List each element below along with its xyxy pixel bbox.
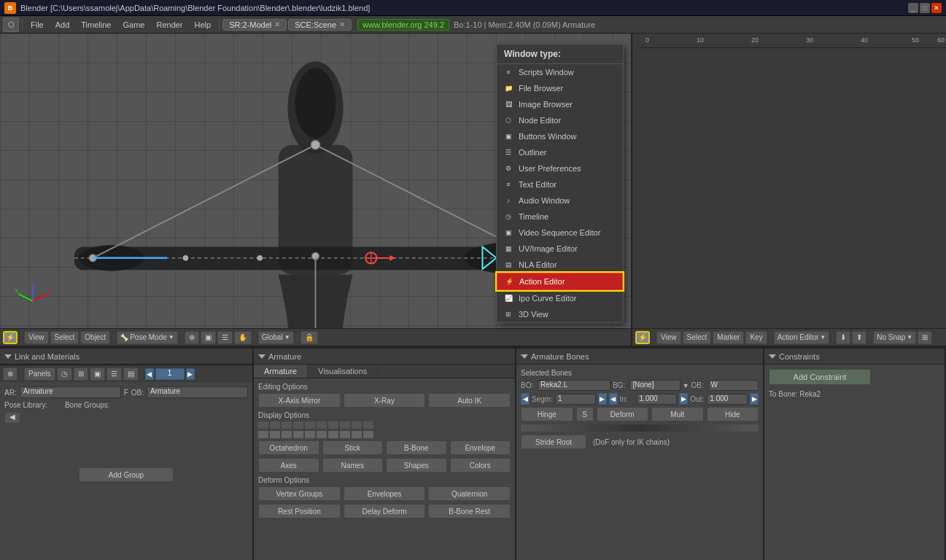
octahedron-btn[interactable]: Octahedron bbox=[258, 440, 319, 455]
tab2-close[interactable]: ✕ bbox=[339, 20, 345, 28]
x-ray-btn[interactable]: X-Ray bbox=[344, 393, 426, 408]
ar-input[interactable]: Armature bbox=[20, 386, 121, 398]
minimize-button[interactable]: _ bbox=[908, 3, 918, 13]
armature-collapse[interactable] bbox=[258, 354, 265, 359]
b-bone-rest-btn[interactable]: B-Bone Rest bbox=[428, 504, 511, 518]
pose-lib-prev[interactable]: ◀ bbox=[4, 412, 20, 424]
page-prev-btn[interactable]: ◀ bbox=[145, 368, 154, 380]
bg-input[interactable]: [None] bbox=[629, 380, 680, 391]
lp-icon1[interactable]: ⊕ bbox=[3, 368, 18, 381]
lp-panels-btn[interactable]: Panels bbox=[24, 368, 55, 381]
mult-btn[interactable]: Mult bbox=[651, 407, 704, 421]
action-editor-dropdown[interactable]: Action Editor ▼ bbox=[774, 331, 830, 344]
scene-tab-2[interactable]: SCE:Scene ✕ bbox=[288, 19, 352, 31]
at-icon2[interactable]: ⬆ bbox=[852, 331, 866, 344]
rest-position-btn[interactable]: Rest Position bbox=[258, 504, 341, 518]
at-view-btn[interactable]: View bbox=[656, 331, 681, 344]
bones-collapse[interactable] bbox=[521, 354, 528, 359]
x-axis-mirror-btn[interactable]: X-Axis Mirror bbox=[258, 393, 341, 408]
pose-mode-dropdown[interactable]: 🦴 Pose Mode ▼ bbox=[117, 331, 178, 344]
page-number[interactable]: 1 bbox=[155, 368, 185, 380]
wt-buttons[interactable]: ▣ Buttons Window bbox=[497, 128, 623, 144]
lp-icon2[interactable]: ◷ bbox=[57, 368, 72, 381]
armature-tab-2[interactable]: Visualisations bbox=[308, 365, 378, 378]
wt-text-editor[interactable]: ≡ Text Editor bbox=[497, 176, 623, 192]
wt-outliner[interactable]: ☰ Outliner bbox=[497, 144, 623, 160]
wt-timeline[interactable]: ◷ Timeline bbox=[497, 209, 623, 225]
ob-input2[interactable]: W bbox=[708, 380, 759, 391]
vt-icon1[interactable]: ⊕ bbox=[185, 331, 199, 344]
auto-ik-btn[interactable]: Auto IK bbox=[428, 393, 511, 408]
segm-next[interactable]: ▶ bbox=[598, 393, 607, 405]
out-input[interactable]: 1.000 bbox=[707, 394, 748, 405]
wt-scripts[interactable]: ≡ Scripts Window bbox=[497, 64, 623, 80]
at-icon1[interactable]: ⬇ bbox=[836, 331, 850, 344]
constraints-collapse[interactable] bbox=[769, 354, 776, 359]
ob-input[interactable]: Armature bbox=[147, 386, 248, 398]
wt-image-browser[interactable]: 🖼 Image Browser bbox=[497, 96, 623, 112]
vertex-groups-btn[interactable]: Vertex Groups bbox=[258, 486, 341, 501]
window-type-btn[interactable]: ⚡ bbox=[3, 331, 18, 344]
wt-node-editor[interactable]: ⬡ Node Editor bbox=[497, 112, 623, 128]
hide-btn[interactable]: Hide bbox=[707, 407, 759, 421]
colors-btn[interactable]: Colors bbox=[450, 458, 511, 472]
segm-input[interactable]: 1 bbox=[555, 394, 596, 405]
menu-add[interactable]: Add bbox=[50, 19, 75, 31]
global-dropdown[interactable]: Global ▼ bbox=[258, 331, 294, 344]
envelope-btn[interactable]: Envelope bbox=[450, 440, 511, 455]
vt-select-btn[interactable]: Select bbox=[50, 331, 80, 344]
at-select-btn[interactable]: Select bbox=[683, 331, 712, 344]
wt-3d-view[interactable]: ⊞ 3D View bbox=[497, 306, 623, 322]
axes-btn[interactable]: Axes bbox=[258, 458, 319, 472]
in-prev[interactable]: ◀ bbox=[609, 393, 618, 405]
vt-icon4[interactable]: ✋ bbox=[234, 331, 252, 344]
in-next[interactable]: ▶ bbox=[679, 393, 688, 405]
vt-view-btn[interactable]: View bbox=[24, 331, 49, 344]
lp-icon3[interactable]: ⊞ bbox=[74, 368, 88, 381]
blender-menu-icon[interactable]: ⬡ bbox=[3, 18, 19, 32]
menu-help[interactable]: Help bbox=[190, 19, 217, 31]
scene-tab-1[interactable]: SR:2-Model ✕ bbox=[222, 19, 287, 31]
vt-lock-btn[interactable]: 🔒 bbox=[301, 331, 318, 344]
wt-uv-image[interactable]: ▦ UV/Image Editor bbox=[497, 241, 623, 257]
menu-timeline[interactable]: Timeline bbox=[76, 19, 116, 31]
tab1-close[interactable]: ✕ bbox=[274, 20, 280, 28]
stick-btn[interactable]: Stick bbox=[322, 440, 384, 455]
at-marker-btn[interactable]: Marker bbox=[713, 331, 744, 344]
shapes-btn[interactable]: Shapes bbox=[386, 458, 447, 472]
close-button[interactable]: ✕ bbox=[931, 3, 942, 13]
s-btn[interactable]: S bbox=[576, 407, 594, 421]
menu-game[interactable]: Game bbox=[117, 19, 150, 31]
out-next[interactable]: ▶ bbox=[750, 393, 759, 405]
in-input[interactable]: 1.000 bbox=[637, 394, 678, 405]
vt-icon2[interactable]: ▣ bbox=[201, 331, 216, 344]
delay-deform-btn[interactable]: Delay Deform bbox=[344, 504, 426, 518]
bo-input[interactable]: Reka2.L bbox=[538, 380, 610, 391]
wt-video-seq[interactable]: ▣ Video Sequence Editor bbox=[497, 225, 623, 241]
lp-icon4[interactable]: ▣ bbox=[90, 368, 105, 381]
vt-object-btn[interactable]: Object bbox=[80, 331, 110, 344]
maximize-button[interactable]: □ bbox=[920, 3, 930, 13]
wt-ipo-curve[interactable]: 📈 Ipo Curve Editor bbox=[497, 290, 623, 306]
snap-dropdown[interactable]: No Snap ▼ bbox=[873, 331, 916, 344]
names-btn[interactable]: Names bbox=[322, 458, 384, 472]
envelopes-btn[interactable]: Envelopes bbox=[344, 486, 426, 501]
b-bone-btn[interactable]: B-Bone bbox=[386, 440, 447, 455]
stride-root-btn[interactable]: Stride Root bbox=[521, 435, 586, 449]
deform-btn[interactable]: Deform bbox=[597, 407, 649, 421]
armature-tab-1[interactable]: Armature bbox=[254, 365, 308, 378]
page-next-btn[interactable]: ▶ bbox=[186, 368, 195, 380]
menu-file[interactable]: File bbox=[26, 19, 49, 31]
panel-collapse-triangle[interactable] bbox=[4, 354, 12, 359]
lp-icon5[interactable]: ☰ bbox=[106, 368, 122, 381]
menu-render[interactable]: Render bbox=[151, 19, 187, 31]
hinge-btn[interactable]: Hinge bbox=[521, 407, 573, 421]
wt-nla[interactable]: ▤ NLA Editor bbox=[497, 257, 623, 273]
lp-icon6[interactable]: ▤ bbox=[123, 368, 139, 381]
quaternion-btn[interactable]: Quaternion bbox=[428, 486, 511, 501]
action-window-icon[interactable]: ⚡ bbox=[635, 331, 650, 344]
add-constraint-button[interactable]: Add Constraint bbox=[769, 369, 871, 385]
at-icon3[interactable]: ⊞ bbox=[918, 331, 932, 344]
wt-file-browser[interactable]: 📁 File Browser bbox=[497, 80, 623, 96]
wt-action-editor[interactable]: ⚡ Action Editor bbox=[497, 273, 623, 290]
